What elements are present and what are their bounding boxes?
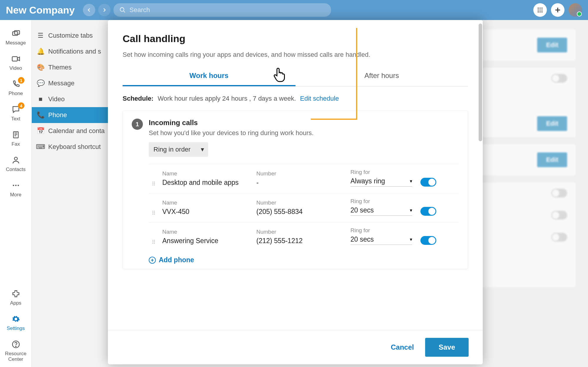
contacts-icon <box>11 155 21 165</box>
sidebar-notifications[interactable]: 🔔Notifications and s <box>32 44 108 59</box>
bg-toggle-2[interactable] <box>551 189 567 197</box>
drag-handle-icon[interactable]: ⠿ <box>149 182 159 187</box>
schedule-text: Work hour rules apply 24 hours , 7 days … <box>158 95 296 102</box>
bg-edit-button-3[interactable]: Edit <box>537 152 567 167</box>
bg-toggle-3[interactable] <box>551 211 567 220</box>
rail-more[interactable]: More <box>0 177 31 202</box>
device-row: ⠿ NameVVX-450 Number(205) 555-8834 Ring … <box>149 193 459 222</box>
rail-apps[interactable]: Apps <box>0 285 31 311</box>
bg-toggle-1[interactable] <box>551 74 567 83</box>
svg-point-4 <box>538 9 539 11</box>
modal-footer: Cancel Save <box>108 330 483 364</box>
sidebar-themes[interactable]: 🎨Themes <box>32 59 108 75</box>
video-icon <box>11 54 21 64</box>
col-ringfor: Ring for <box>350 169 412 175</box>
nav-back-button[interactable] <box>83 4 95 16</box>
tab-work-hours[interactable]: Work hours <box>123 67 295 86</box>
search-field[interactable] <box>113 3 331 17</box>
cancel-button[interactable]: Cancel <box>388 338 417 357</box>
bg-edit-button-1[interactable]: Edit <box>537 38 567 52</box>
rail-video[interactable]: Video <box>0 51 31 76</box>
modal-description: Set how incoming calls ring your apps an… <box>123 51 468 59</box>
ring-mode-dropdown[interactable]: Ring in order ▾ <box>149 142 208 157</box>
sidebar-message[interactable]: 💬Message <box>32 75 108 91</box>
device-toggle[interactable] <box>420 178 436 187</box>
svg-point-2 <box>539 8 541 9</box>
caret-down-icon: ▾ <box>410 178 412 184</box>
help-icon <box>11 339 21 350</box>
rail-fax[interactable]: Fax <box>0 127 31 152</box>
phone-badge: 1 <box>18 77 24 84</box>
svg-point-9 <box>542 11 543 13</box>
device-toggle[interactable] <box>420 236 436 245</box>
svg-point-3 <box>542 8 543 9</box>
message-icon: 💬 <box>37 79 44 87</box>
plus-circle-icon: + <box>149 257 156 264</box>
ring-for-dropdown[interactable]: 20 secs▾ <box>350 235 412 245</box>
drag-handle-icon[interactable]: ⠿ <box>149 241 159 245</box>
nav-forward-button[interactable] <box>98 4 111 16</box>
svg-point-16 <box>15 185 16 186</box>
tab-after-hours[interactable]: After hours <box>295 67 468 86</box>
device-number: (205) 555-8834 <box>256 208 348 216</box>
modal-scrollbar[interactable] <box>479 24 482 141</box>
modal-title: Call handling <box>123 33 468 44</box>
svg-point-17 <box>17 185 19 186</box>
svg-point-5 <box>539 9 541 11</box>
ring-for-dropdown[interactable]: Always ring▾ <box>350 177 412 187</box>
dialpad-button[interactable] <box>533 3 547 17</box>
rail-message[interactable]: Message <box>0 25 31 51</box>
svg-point-7 <box>538 11 539 13</box>
incoming-calls-section: 1 Incoming calls Set how you'd like your… <box>123 111 468 269</box>
device-toggle[interactable] <box>420 207 436 216</box>
rail-contacts[interactable]: Contacts <box>0 152 31 177</box>
sidebar-keyboard[interactable]: ⌨Keyboard shortcut <box>32 139 108 155</box>
call-handling-modal: Call handling Set how incoming calls rin… <box>108 20 483 364</box>
col-number: Number <box>256 170 348 177</box>
rail-settings[interactable]: Settings <box>0 311 31 336</box>
new-action-button[interactable] <box>551 3 564 17</box>
section-description: Set how you'd like your devices to ring … <box>149 129 314 137</box>
edit-schedule-link[interactable]: Edit schedule <box>300 95 339 102</box>
bell-icon: 🔔 <box>37 48 44 55</box>
device-name: Desktop and mobile apps <box>162 179 253 187</box>
rail-text[interactable]: 4 Text <box>0 101 31 127</box>
sidebar-calendar[interactable]: 📅Calendar and conta <box>32 123 108 139</box>
drag-handle-icon[interactable]: ⠿ <box>149 212 159 216</box>
settings-sidebar: ☰Customize tabs 🔔Notifications and s 🎨Th… <box>32 20 108 367</box>
schedule-row: Schedule: Work hour rules apply 24 hours… <box>123 95 468 102</box>
top-bar: New Company <box>0 0 588 20</box>
bg-edit-button-2[interactable]: Edit <box>537 116 567 131</box>
search-icon <box>119 7 126 13</box>
add-phone-button[interactable]: + Add phone <box>149 256 459 264</box>
svg-point-0 <box>120 8 124 11</box>
palette-icon: 🎨 <box>37 64 44 71</box>
caret-down-icon: ▾ <box>201 146 204 153</box>
ring-mode-value: Ring in order <box>153 146 191 153</box>
rail-resource-center[interactable]: Resource Center <box>0 336 31 367</box>
ring-for-dropdown[interactable]: 20 secs▾ <box>350 206 412 216</box>
rail-phone[interactable]: 1 Phone <box>0 76 31 101</box>
svg-point-6 <box>542 9 543 11</box>
save-button[interactable]: Save <box>425 338 469 357</box>
sidebar-customize-tabs[interactable]: ☰Customize tabs <box>32 28 108 44</box>
search-input[interactable] <box>129 6 325 14</box>
sidebar-video[interactable]: ■Video <box>32 91 108 107</box>
svg-rect-11 <box>14 31 20 34</box>
more-icon <box>11 180 21 191</box>
keyboard-icon: ⌨ <box>37 143 44 151</box>
bg-toggle-4[interactable] <box>551 233 567 242</box>
svg-point-15 <box>13 185 14 186</box>
company-title: New Company <box>6 4 75 16</box>
svg-point-19 <box>15 346 16 347</box>
section-title: Incoming calls <box>149 119 314 127</box>
apps-icon <box>11 288 21 299</box>
step-number: 1 <box>132 119 143 130</box>
profile-avatar[interactable] <box>569 3 582 17</box>
message-icon <box>11 28 21 39</box>
sidebar-phone[interactable]: 📞Phone <box>32 107 108 123</box>
device-name: VVX-450 <box>162 208 253 216</box>
calendar-icon: 📅 <box>37 127 44 135</box>
caret-down-icon: ▾ <box>410 207 412 213</box>
caret-down-icon: ▾ <box>410 237 412 242</box>
